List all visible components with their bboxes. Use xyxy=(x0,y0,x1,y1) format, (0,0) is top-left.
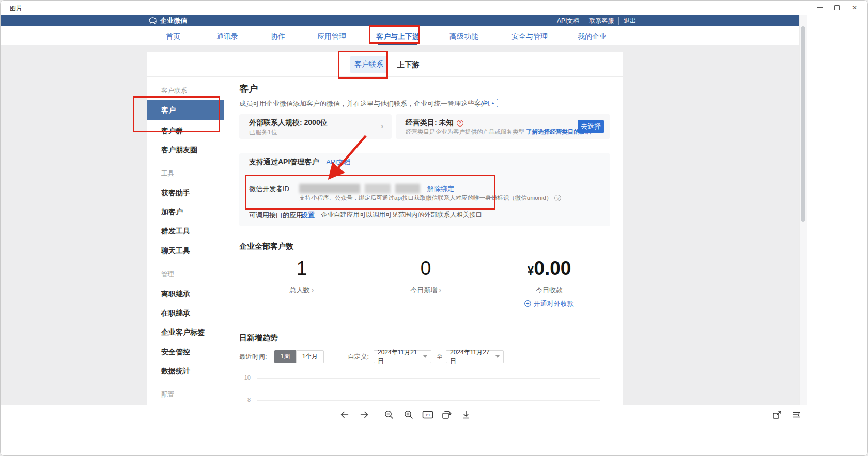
nav-tab-home[interactable]: 首页 xyxy=(166,32,180,41)
stat-income-label: 今日收款 xyxy=(513,286,585,295)
open-with-button[interactable] xyxy=(770,408,784,421)
stat-total-value: 1 xyxy=(271,258,333,279)
next-image-button[interactable] xyxy=(358,408,371,421)
actual-size-icon: 1:1 xyxy=(422,409,434,420)
subtab-supply-chain[interactable]: 上下游 xyxy=(397,60,419,70)
rotate-button[interactable] xyxy=(440,408,453,421)
stat-total-label[interactable]: 总人数 › xyxy=(271,286,333,295)
maximize-icon xyxy=(834,5,840,10)
topbar-link-support[interactable]: 联系客服 xyxy=(584,17,618,25)
sidebar-item-chat-tools[interactable]: 聊天工具 xyxy=(161,246,190,256)
sidebar-item-customer-groups[interactable]: 客户群 xyxy=(161,127,183,136)
unbind-link[interactable]: 解除绑定 xyxy=(427,184,454,194)
dropdown-caret-icon xyxy=(423,355,427,358)
wecom-header-bar xyxy=(1,15,799,26)
nav-tab-contacts[interactable]: 通讯录 xyxy=(216,32,238,41)
business-category-title: 经营类目: 未知 xyxy=(406,118,454,128)
sidebar-item-security-control[interactable]: 安全管控 xyxy=(161,348,190,357)
help-icon-gray[interactable]: ? xyxy=(554,195,561,201)
help-icon-red[interactable]: ? xyxy=(457,120,463,127)
nav-tab-app-management[interactable]: 应用管理 xyxy=(317,32,346,41)
more-tools-button[interactable] xyxy=(789,408,803,421)
dev-id-label: 微信开发者ID xyxy=(249,184,289,194)
trend-custom-label: 自定义: xyxy=(348,353,369,361)
callable-apps-settings-link[interactable]: 设置 xyxy=(301,211,315,220)
page-description: 成员可用企业微信添加客户的微信，并在这里与他们联系，企业可统一管理这些客户。 xyxy=(239,99,494,108)
wecom-logo-icon xyxy=(149,17,158,25)
nav-tab-advanced[interactable]: 高级功能 xyxy=(450,32,478,41)
dev-id-description: 支持小程序、公众号，绑定后可通过api接口获取微信联系人对应的唯一身份标识（微信… xyxy=(299,195,552,201)
active-tab-underline xyxy=(378,44,417,45)
nav-tab-security[interactable]: 安全与管理 xyxy=(512,32,548,41)
stat-today-new-value: 0 xyxy=(395,258,457,279)
stat-income-value: ¥0.00 xyxy=(513,258,585,279)
sidebar-item-onjob-inherit[interactable]: 在职继承 xyxy=(161,309,190,318)
external-contacts-title: 外部联系人规模: 2000位 xyxy=(249,118,328,128)
svg-text:1:1: 1:1 xyxy=(425,413,430,417)
range-option-week[interactable]: 1周 xyxy=(274,350,296,363)
minimize-button[interactable] xyxy=(811,1,828,14)
subtab-customer-contact[interactable]: 客户联系 xyxy=(350,56,388,73)
open-external-icon xyxy=(771,409,783,420)
topbar-link-api-doc[interactable]: API文档 xyxy=(552,17,584,25)
zoom-out-button[interactable] xyxy=(382,408,396,421)
choose-category-button[interactable]: 去选择 xyxy=(578,120,604,133)
business-category-desc: 经营类目是企业为客户提供的产品或服务类型 xyxy=(406,129,524,135)
date-to-select[interactable]: 2024年11月27日 xyxy=(446,350,504,363)
dev-id-redacted-value xyxy=(299,184,420,193)
arrow-left-icon xyxy=(339,409,350,420)
currency-symbol: ¥ xyxy=(528,264,534,277)
nav-tab-customers[interactable]: 客户与上下游 xyxy=(376,32,420,41)
sidebar-item-resigned-inherit[interactable]: 离职继承 xyxy=(161,290,190,299)
sidebar-item-lead-assistant[interactable]: 获客助手 xyxy=(161,188,190,198)
annotation-arrow xyxy=(311,127,378,184)
sidebar-item-customer-tags[interactable]: 企业客户标签 xyxy=(161,328,205,337)
api-badge-button[interactable]: API xyxy=(477,99,498,107)
api-badge-label: API xyxy=(481,100,489,106)
sidebar-item-customer[interactable]: 客户 xyxy=(147,100,224,120)
stat-today-new-label[interactable]: 今日新增 › xyxy=(395,286,457,295)
sidebar-item-customer-moments[interactable]: 客户朋友圈 xyxy=(161,146,197,155)
enable-payment-link[interactable]: 开通对外收款 xyxy=(513,298,585,308)
dropdown-caret-icon xyxy=(495,355,500,358)
sidebar-item-customer-label: 客户 xyxy=(161,106,176,115)
sidebar-divider xyxy=(224,77,224,405)
callable-apps-desc: 企业自建应用可以调用可见范围内的外部联系人相关接口 xyxy=(321,211,483,219)
chevron-right-icon: › xyxy=(381,121,383,130)
nav-tab-my-company[interactable]: 我的企业 xyxy=(578,32,607,41)
zoom-in-button[interactable] xyxy=(402,408,415,421)
sidebar-item-bulk-message[interactable]: 群发工具 xyxy=(161,227,190,236)
topbar-link-logout[interactable]: 退出 xyxy=(618,17,641,25)
save-download-button[interactable] xyxy=(459,408,473,421)
close-icon: ✕ xyxy=(852,5,857,11)
download-icon xyxy=(460,409,472,420)
page-title: 客户 xyxy=(239,83,258,95)
zoom-in-icon xyxy=(403,409,414,420)
minimize-icon xyxy=(817,7,823,8)
section-divider xyxy=(239,320,610,320)
range-option-month[interactable]: 1个月 xyxy=(296,350,324,363)
gridline xyxy=(257,378,600,379)
page-scrollbar-thumb[interactable] xyxy=(801,26,805,222)
sidebar-header-tools: 工具 xyxy=(161,169,174,178)
plus-circle-icon xyxy=(524,300,531,307)
sidebar-item-data-statistics[interactable]: 数据统计 xyxy=(161,367,190,376)
external-contacts-subtitle: 已服务1位 xyxy=(249,128,277,137)
topbar-links: API文档 联系客服 退出 xyxy=(552,17,625,25)
y-tick-10: 10 xyxy=(240,374,251,381)
maximize-button[interactable] xyxy=(828,1,846,14)
previous-image-button[interactable] xyxy=(338,408,351,421)
photo-viewer-window: 图片 ✕ 企业微信 API文档 联系客服 退出 首页 通讯录 协作 应用管理 客… xyxy=(0,0,868,456)
sidebar-header-customer-contact: 客户联系 xyxy=(161,87,187,96)
sidebar-item-add-customer[interactable]: 加客户 xyxy=(161,208,183,217)
rotate-icon xyxy=(441,409,452,420)
nav-tab-collaboration[interactable]: 协作 xyxy=(271,32,285,41)
close-button[interactable]: ✕ xyxy=(846,1,863,14)
gridline xyxy=(257,400,600,401)
wecom-brand[interactable]: 企业微信 xyxy=(149,16,187,25)
date-from-select[interactable]: 2024年11月21日 xyxy=(374,350,431,363)
trend-to-label: 至 xyxy=(437,353,443,361)
window-title: 图片 xyxy=(10,4,22,13)
actual-size-button[interactable]: 1:1 xyxy=(421,408,435,421)
chevron-right-icon: › xyxy=(439,287,441,294)
